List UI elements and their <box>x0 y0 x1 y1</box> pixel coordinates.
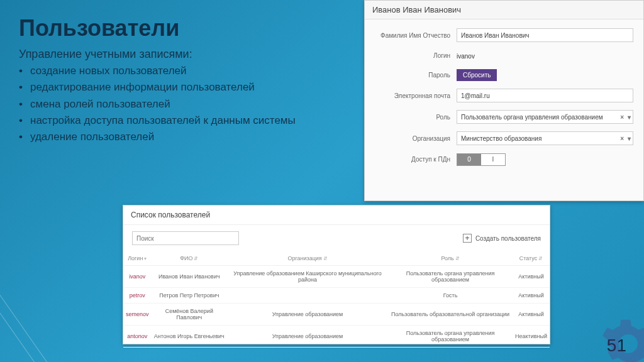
cell-role: Пользователь органа управления образован… <box>388 266 513 288</box>
cell-fio: Иванов Иван Иванович <box>152 266 228 288</box>
chevron-down-icon[interactable]: ▾ <box>628 135 631 142</box>
toggle-off[interactable]: I <box>481 154 505 165</box>
list-header: Список пользователей <box>123 206 550 225</box>
cell-role: Пользователь органа управления образован… <box>388 326 513 348</box>
cell-login: antonov <box>123 326 152 348</box>
cell-login: ivanov <box>123 266 152 288</box>
label-role: Роль <box>375 114 457 121</box>
search-input[interactable] <box>132 231 239 245</box>
login-value: ivanov <box>457 51 479 62</box>
bullet-item: редактирование информации пользователей <box>19 79 296 96</box>
create-user-button[interactable]: + Создать пользователя <box>463 234 541 243</box>
toggle-on[interactable]: 0 <box>457 154 481 165</box>
label-access: Доступ к ПДн <box>375 156 457 163</box>
user-form: Фамилия Имя Отчество Логин ivanov Пароль… <box>365 19 643 180</box>
cell-role: Гость <box>388 288 513 304</box>
table-row[interactable]: semenovСемёнов Валерий ПавловичУправлени… <box>123 304 550 326</box>
cell-org: Управление образованием <box>227 326 388 348</box>
col-org[interactable]: Организация⇵ <box>227 251 388 266</box>
bullet-item: удаление пользователей <box>19 129 296 145</box>
cell-role: Пользователь образовательной организации <box>388 304 513 326</box>
table-row[interactable]: antonovАнтонов Игорь ЕвгеньевичУправлени… <box>123 326 550 348</box>
gear-icon <box>600 315 644 362</box>
clear-icon[interactable]: × <box>620 135 624 142</box>
role-select[interactable] <box>457 110 633 124</box>
col-status[interactable]: Статус⇵ <box>513 251 550 266</box>
bullet-item: настройка доступа пользователей к данным… <box>19 112 296 129</box>
user-edit-panel: Иванов Иван Иванович Фамилия Имя Отчеств… <box>364 0 644 201</box>
create-user-label: Создать пользователя <box>475 235 541 242</box>
cell-fio: Антонов Игорь Евгеньевич <box>152 326 228 348</box>
cell-fio: Семёнов Валерий Павлович <box>152 304 228 326</box>
cell-status: Неактивный <box>513 326 550 348</box>
plus-icon: + <box>463 234 472 243</box>
reset-password-button[interactable]: Сбросить <box>457 69 497 81</box>
cell-status: Активный <box>513 304 550 326</box>
label-fio: Фамилия Имя Отчество <box>375 32 457 39</box>
page-title: Пользователи <box>19 15 179 41</box>
fio-field[interactable] <box>457 28 633 42</box>
cell-login: petrov <box>123 288 152 304</box>
email-field[interactable] <box>457 89 633 102</box>
panel-header: Иванов Иван Иванович <box>365 1 643 19</box>
chevron-down-icon[interactable]: ▾ <box>628 114 631 121</box>
cell-fio: Петров Петр Петрович <box>152 288 228 304</box>
bullet-list: создание новых пользователей редактирова… <box>19 63 296 146</box>
subtitle: Управление учетными записями: <box>19 48 192 61</box>
cell-status: Активный <box>513 288 550 304</box>
col-login[interactable]: Логин▾ <box>123 251 152 266</box>
user-list-panel: Список пользователей + Создать пользоват… <box>123 205 550 344</box>
cell-org: Управление образованием <box>227 304 388 326</box>
access-toggle[interactable]: 0 I <box>457 153 506 166</box>
table-row[interactable]: petrovПетров Петр ПетровичГостьАктивный <box>123 288 550 304</box>
org-select[interactable] <box>457 131 633 145</box>
label-login: Логин <box>375 52 457 59</box>
table-row[interactable]: ivanovИванов Иван ИвановичУправление обр… <box>123 266 550 288</box>
cell-login: semenov <box>123 304 152 326</box>
cell-status: Активный <box>513 266 550 288</box>
clear-icon[interactable]: × <box>620 114 624 121</box>
user-table: Логин▾ ФИО⇵ Организация⇵ Роль⇵ Статус⇵ i… <box>123 251 550 348</box>
col-role[interactable]: Роль⇵ <box>388 251 513 266</box>
col-fio[interactable]: ФИО⇵ <box>152 251 228 266</box>
label-org: Организация <box>375 135 457 142</box>
cell-org: Управление образованием Каширского муниц… <box>227 266 388 288</box>
cell-org <box>227 288 388 304</box>
bullet-item: создание новых пользователей <box>19 63 296 79</box>
bullet-item: смена ролей пользователей <box>19 96 296 112</box>
label-email: Электронная почта <box>375 92 457 99</box>
label-password: Пароль <box>375 72 457 79</box>
